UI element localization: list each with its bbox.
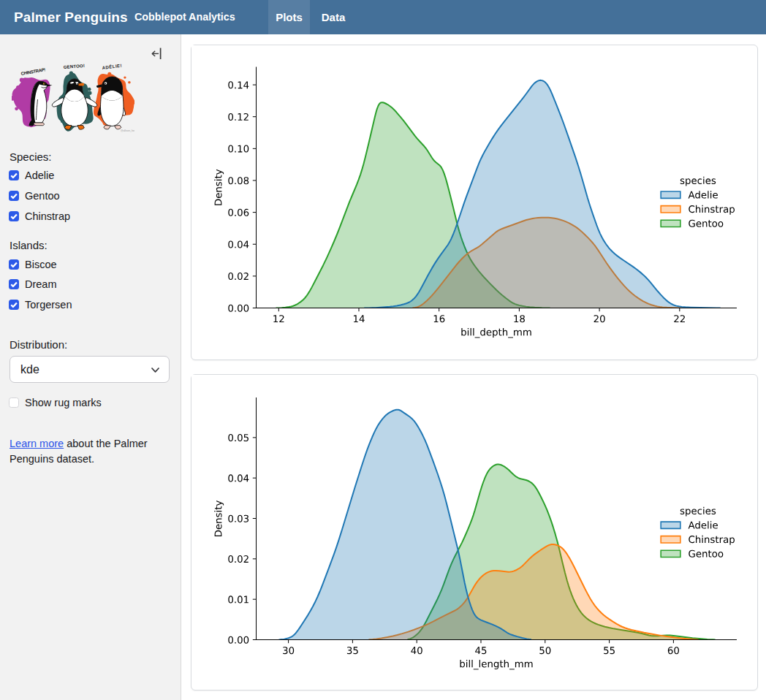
svg-text:GENTOO!: GENTOO! [64,64,85,69]
svg-text:CHINSTRAP!: CHINSTRAP! [20,67,46,76]
svg-text:@allison_horst: @allison_horst [121,129,134,132]
svg-text:ADÉLIE!: ADÉLIE! [102,63,122,70]
